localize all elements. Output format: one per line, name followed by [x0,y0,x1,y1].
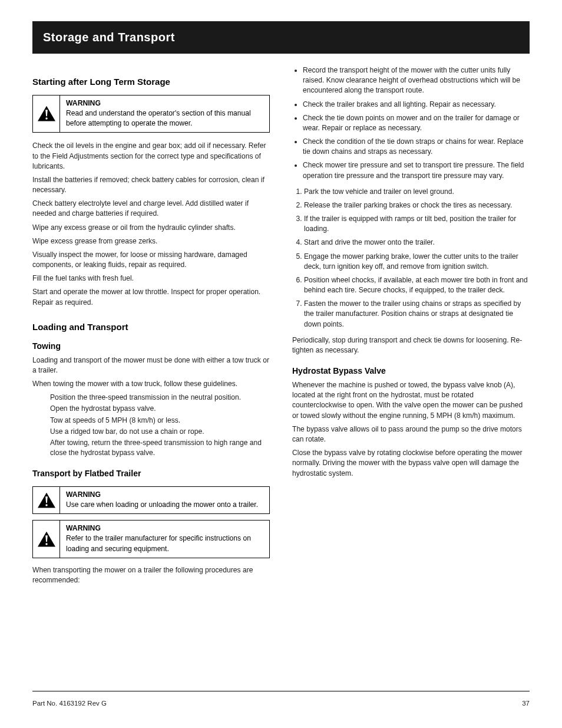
indent-item: Open the hydrostat bypass valve. [50,404,270,414]
list-item: If the trailer is equipped with ramps or… [304,214,530,234]
warning-box-read-manual: WARNING Read and understand the operator… [32,95,270,133]
list-item: Check the tie down points on mower and o… [303,113,530,133]
indent-item: Position the three-speed transmission in… [50,393,270,403]
paragraph: Check the oil levels in the engine and g… [32,141,270,172]
paragraph: Wipe any excess grease or oil from the h… [32,223,270,233]
left-column: Starting after Long Term Storage WARNING… [32,62,270,589]
footer: Part No. 4163192 Rev G 37 [32,700,530,707]
list-item: Check the condition of the tie down stra… [303,137,530,157]
warning-title: WARNING [66,524,263,532]
section-heading-loading: Loading and Transport [32,322,270,332]
section-heading-starting: Starting after Long Term Storage [32,77,270,87]
list-item: Check mower tire pressure and set to tra… [303,160,530,180]
warning-triangle-icon [37,531,57,548]
list-item: Position wheel chocks, if available, at … [304,275,530,295]
warning-box-trailer-mfr: WARNING Refer to the trailer manufacture… [32,520,270,558]
warning-icon-cell [33,521,60,557]
list-item: Start and drive the mower onto the trail… [304,238,530,248]
paragraph: Whenever the machine is pushed or towed,… [292,380,530,421]
paragraph: The bypass valve allows oil to pass arou… [292,424,530,444]
list-item: Park the tow vehicle and trailer on leve… [304,187,530,197]
paragraph: Periodically, stop during transport and … [292,335,530,355]
paragraph: Close the bypass valve by rotating clock… [292,448,530,479]
svg-point-0 [45,117,48,120]
section-subhead-flatbed: Transport by Flatbed Trailer [32,469,270,478]
paragraph: Check battery electrolyte level and char… [32,199,270,219]
paragraph: Loading and transport of the mower must … [32,355,270,375]
indent-item: Tow at speeds of 5 MPH (8 km/h) or less. [50,416,270,426]
footer-page-number: 37 [522,700,530,707]
section-subhead-bypass: Hydrostat Bypass Valve [292,366,530,375]
paragraph: Install the batteries if removed; check … [32,175,270,195]
warning-text-cell: WARNING Use care when loading or unloadi… [60,487,269,513]
list-item: Check the trailer brakes and all lightin… [303,100,530,110]
two-column-layout: Starting after Long Term Storage WARNING… [32,62,530,589]
list-item: Release the trailer parking brakes or ch… [304,200,530,210]
paragraph: When transporting the mower on a trailer… [32,565,270,585]
title-bar-text: Storage and Transport [43,31,175,44]
list-item: Fasten the mower to the trailer using ch… [304,299,530,330]
warning-title: WARNING [66,99,263,107]
warning-body: Read and understand the operator's secti… [66,108,263,129]
indent-item: After towing, return the three-speed tra… [50,438,270,458]
warning-triangle-icon [37,105,57,123]
paragraph: Wipe excess grease from grease zerks. [32,236,270,246]
warning-icon-cell [33,95,60,132]
svg-point-2 [45,543,48,545]
warning-box-loading: WARNING Use care when loading or unloadi… [32,486,270,514]
paragraph: Start and operate the mower at low throt… [32,287,270,307]
warning-text-cell: WARNING Refer to the trailer manufacture… [60,521,269,557]
list-item: Engage the mower parking brake, lower th… [304,252,530,272]
warning-title: WARNING [66,490,263,499]
title-bar: Storage and Transport [32,21,530,54]
paragraph: When towing the mower with a tow truck, … [32,379,270,389]
warning-body: Use care when loading or unloading the m… [66,500,263,510]
warning-text-cell: WARNING Read and understand the operator… [60,95,269,132]
numbered-list: Park the tow vehicle and trailer on leve… [292,187,530,330]
section-subhead-towing: Towing [32,341,270,351]
svg-point-1 [45,504,48,506]
warning-icon-cell [33,487,60,513]
footer-part-number: Part No. 4163192 Rev G [32,700,107,707]
indent-item: Use a ridged tow bar, do not use a chain… [50,427,270,437]
paragraph: Fill the fuel tanks with fresh fuel. [32,274,270,284]
paragraph: Visually inspect the mower, for loose or… [32,250,270,270]
footer-rule [32,691,530,691]
list-item: Record the transport height of the mower… [303,65,530,96]
warning-triangle-icon [37,492,57,509]
warning-body: Refer to the trailer manufacturer for sp… [66,533,263,554]
bullet-list: Record the transport height of the mower… [292,65,530,181]
right-column: Record the transport height of the mower… [292,62,530,589]
